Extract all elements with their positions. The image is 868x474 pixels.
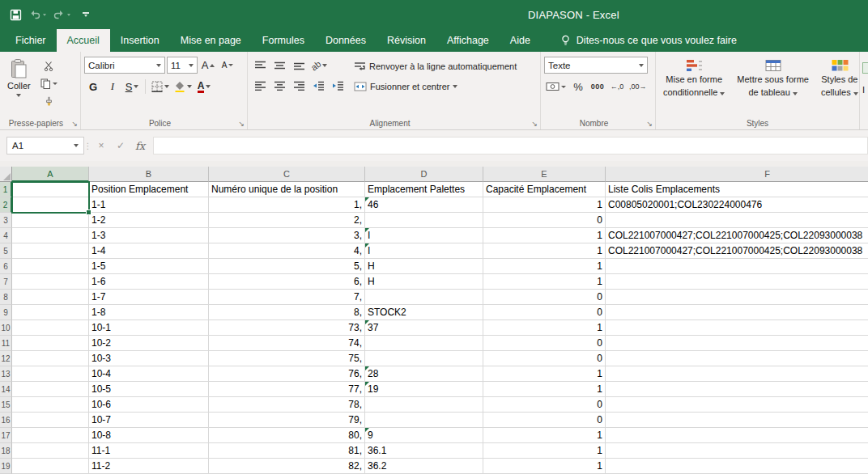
bold-button[interactable]: G bbox=[84, 78, 102, 95]
row-header-13[interactable]: 13 bbox=[0, 366, 12, 382]
name-box[interactable]: A1 bbox=[6, 137, 84, 154]
cell-E14[interactable]: 1 bbox=[483, 382, 606, 397]
column-header-C[interactable]: C bbox=[209, 167, 365, 182]
cell-F10[interactable] bbox=[606, 320, 868, 336]
accounting-format-button[interactable] bbox=[544, 78, 568, 95]
font-color-button[interactable]: A bbox=[195, 78, 213, 95]
cell-D13[interactable]: 28 bbox=[365, 366, 483, 382]
decrease-font-size-button[interactable]: A bbox=[219, 57, 236, 74]
column-header-D[interactable]: D bbox=[365, 167, 483, 182]
cell-F2[interactable]: C00805020001;COL230224000476 bbox=[606, 197, 868, 213]
column-header-E[interactable]: E bbox=[483, 167, 606, 182]
select-all-corner[interactable] bbox=[0, 167, 12, 182]
cell-F6[interactable] bbox=[606, 259, 868, 274]
tab-revision[interactable]: Révision bbox=[377, 29, 436, 52]
cell-C6[interactable]: 5, bbox=[209, 259, 365, 274]
cell-B4[interactable]: 1-3 bbox=[89, 228, 209, 243]
cell-A3[interactable] bbox=[12, 213, 89, 228]
cell-E2[interactable]: 1 bbox=[483, 197, 606, 213]
cell-A17[interactable] bbox=[12, 428, 89, 443]
row-header-7[interactable]: 7 bbox=[0, 274, 12, 290]
row-header-12[interactable]: 12 bbox=[0, 351, 12, 366]
paste-button[interactable]: Coller bbox=[3, 56, 35, 116]
underline-button[interactable]: S bbox=[123, 78, 141, 95]
cell-E9[interactable]: 0 bbox=[483, 305, 606, 320]
increase-font-size-button[interactable]: A bbox=[199, 57, 217, 74]
row-header-14[interactable]: 14 bbox=[0, 382, 12, 397]
row-header-3[interactable]: 3 bbox=[0, 213, 12, 228]
row-header-4[interactable]: 4 bbox=[0, 228, 12, 243]
cell-F3[interactable] bbox=[606, 213, 868, 228]
increase-decimal-button[interactable]: ←,0 bbox=[608, 78, 626, 95]
cell-D16[interactable] bbox=[365, 413, 483, 428]
cell-C15[interactable]: 78, bbox=[209, 397, 365, 413]
cell-A10[interactable] bbox=[12, 320, 89, 336]
customize-quick-access-icon[interactable] bbox=[83, 12, 89, 17]
merge-center-button[interactable]: Fusionner et centrer bbox=[351, 78, 520, 95]
cell-D15[interactable] bbox=[365, 397, 483, 413]
cell-F16[interactable] bbox=[606, 413, 868, 428]
copy-button[interactable] bbox=[39, 75, 59, 91]
cell-styles-button[interactable]: Styles de cellules bbox=[817, 56, 862, 116]
cell-D5[interactable]: I bbox=[365, 243, 483, 259]
cell-D2[interactable]: 46 bbox=[365, 197, 483, 213]
cell-D3[interactable] bbox=[365, 213, 483, 228]
tab-accueil[interactable]: Accueil bbox=[57, 29, 110, 52]
cell-F19[interactable] bbox=[606, 459, 868, 474]
cell-C1[interactable]: Numéro unique de la position bbox=[209, 182, 365, 197]
cell-C12[interactable]: 75, bbox=[209, 351, 365, 366]
cell-F8[interactable] bbox=[606, 290, 868, 305]
cell-A1[interactable] bbox=[12, 182, 89, 197]
row-header-17[interactable]: 17 bbox=[0, 428, 12, 443]
font-dialog-launcher[interactable]: ↘ bbox=[237, 120, 245, 129]
cell-D18[interactable]: 36.1 bbox=[365, 443, 483, 459]
cut-button[interactable] bbox=[39, 57, 59, 74]
align-left-button[interactable] bbox=[251, 78, 269, 94]
undo-icon[interactable] bbox=[29, 10, 46, 19]
row-header-11[interactable]: 11 bbox=[0, 336, 12, 351]
number-dialog-launcher[interactable]: ↘ bbox=[645, 120, 653, 129]
cell-B2[interactable]: 1-1 bbox=[89, 197, 209, 213]
column-header-A[interactable]: A bbox=[12, 167, 89, 182]
cell-C16[interactable]: 79, bbox=[209, 413, 365, 428]
row-header-5[interactable]: 5 bbox=[0, 243, 12, 259]
fill-color-button[interactable] bbox=[172, 78, 194, 95]
cell-B1[interactable]: Position Emplacement bbox=[89, 182, 209, 197]
cell-B12[interactable]: 10-3 bbox=[89, 351, 209, 366]
cell-C7[interactable]: 6, bbox=[209, 274, 365, 290]
tab-insertion[interactable]: Insertion bbox=[110, 29, 170, 52]
cell-A5[interactable] bbox=[12, 243, 89, 259]
comma-style-button[interactable]: 000 bbox=[589, 78, 606, 95]
tab-aide[interactable]: Aide bbox=[500, 29, 541, 52]
cell-C9[interactable]: 8, bbox=[209, 305, 365, 320]
row-header-18[interactable]: 18 bbox=[0, 443, 12, 459]
percent-style-button[interactable]: % bbox=[569, 78, 587, 95]
cancel-icon[interactable]: × bbox=[91, 137, 111, 154]
cell-E16[interactable]: 0 bbox=[483, 413, 606, 428]
cell-C11[interactable]: 74, bbox=[209, 336, 365, 351]
cell-B9[interactable]: 1-8 bbox=[89, 305, 209, 320]
cell-E13[interactable]: 1 bbox=[483, 366, 606, 382]
row-header-2[interactable]: 2 bbox=[0, 197, 12, 213]
cell-B6[interactable]: 1-5 bbox=[89, 259, 209, 274]
cell-D6[interactable]: H bbox=[365, 259, 483, 274]
cell-C5[interactable]: 4, bbox=[209, 243, 365, 259]
cell-B15[interactable]: 10-6 bbox=[89, 397, 209, 413]
cell-A6[interactable] bbox=[12, 259, 89, 274]
cell-D1[interactable]: Emplacement Palettes bbox=[365, 182, 483, 197]
format-painter-button[interactable] bbox=[39, 93, 59, 109]
cell-F12[interactable] bbox=[606, 351, 868, 366]
cell-B11[interactable]: 10-2 bbox=[89, 336, 209, 351]
fill-handle[interactable] bbox=[86, 209, 91, 215]
cell-D7[interactable]: H bbox=[365, 274, 483, 290]
cell-B18[interactable]: 11-1 bbox=[89, 443, 209, 459]
tab-affichage[interactable]: Affichage bbox=[436, 29, 500, 52]
cell-B16[interactable]: 10-7 bbox=[89, 413, 209, 428]
cell-D4[interactable]: I bbox=[365, 228, 483, 243]
column-header-B[interactable]: B bbox=[89, 167, 209, 182]
cell-F18[interactable] bbox=[606, 443, 868, 459]
cell-F9[interactable] bbox=[606, 305, 868, 320]
cell-A11[interactable] bbox=[12, 336, 89, 351]
cell-C14[interactable]: 77, bbox=[209, 382, 365, 397]
row-header-8[interactable]: 8 bbox=[0, 290, 12, 305]
